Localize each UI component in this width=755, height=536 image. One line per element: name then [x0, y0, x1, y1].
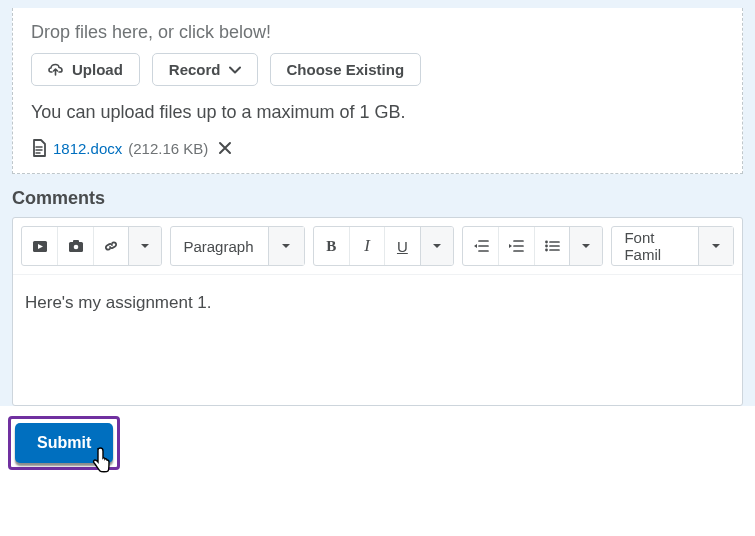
upload-button-label: Upload: [72, 62, 123, 77]
upload-hint: You can upload files up to a maximum of …: [31, 102, 724, 123]
svg-point-5: [545, 245, 548, 248]
record-button[interactable]: Record: [152, 53, 258, 86]
underline-button[interactable]: U: [384, 227, 419, 265]
upload-button[interactable]: Upload: [31, 53, 140, 86]
file-size: (212.16 KB): [128, 140, 208, 157]
insert-image-button[interactable]: [57, 227, 92, 265]
list-more-dropdown[interactable]: [569, 227, 602, 265]
document-icon: [31, 139, 47, 157]
chevron-down-icon: [698, 227, 733, 265]
format-more-dropdown[interactable]: [420, 227, 453, 265]
remove-file-button[interactable]: [218, 141, 232, 155]
chevron-down-icon: [229, 66, 241, 74]
record-button-label: Record: [169, 62, 221, 77]
svg-point-6: [545, 249, 548, 252]
file-name-link[interactable]: 1812.docx: [53, 140, 122, 157]
font-family-label: Font Famil: [612, 229, 697, 263]
svg-point-4: [545, 241, 548, 244]
file-drop-zone[interactable]: Drop files here, or click below! Upload …: [12, 8, 743, 174]
comments-heading: Comments: [0, 174, 755, 217]
submit-button[interactable]: Submit: [15, 423, 113, 463]
toolbar-group-list: [462, 226, 603, 266]
insert-media-button[interactable]: [22, 227, 57, 265]
editor-toolbar: Paragraph B I U: [13, 218, 742, 275]
svg-rect-2: [73, 240, 79, 243]
toolbar-group-insert: [21, 226, 162, 266]
svg-point-3: [73, 245, 78, 250]
comment-textarea[interactable]: Here's my assignment 1.: [13, 275, 742, 405]
choose-existing-label: Choose Existing: [287, 62, 405, 77]
rich-text-editor: Paragraph B I U: [12, 217, 743, 406]
insert-more-dropdown[interactable]: [128, 227, 161, 265]
font-family-select[interactable]: Font Famil: [611, 226, 734, 266]
submit-highlight-box: Submit: [8, 416, 120, 470]
upload-icon: [48, 63, 64, 77]
outdent-button[interactable]: [463, 227, 498, 265]
toolbar-group-format: B I U: [313, 226, 454, 266]
chevron-down-icon: [268, 227, 304, 265]
paragraph-style-label: Paragraph: [171, 238, 267, 255]
indent-button[interactable]: [498, 227, 533, 265]
italic-button[interactable]: I: [349, 227, 384, 265]
drop-prompt: Drop files here, or click below!: [31, 22, 724, 43]
bold-button[interactable]: B: [314, 227, 349, 265]
choose-existing-button[interactable]: Choose Existing: [270, 53, 422, 86]
insert-link-button[interactable]: [93, 227, 128, 265]
bullet-list-button[interactable]: [534, 227, 569, 265]
attached-file-row: 1812.docx (212.16 KB): [31, 139, 724, 157]
paragraph-style-select[interactable]: Paragraph: [170, 226, 304, 266]
